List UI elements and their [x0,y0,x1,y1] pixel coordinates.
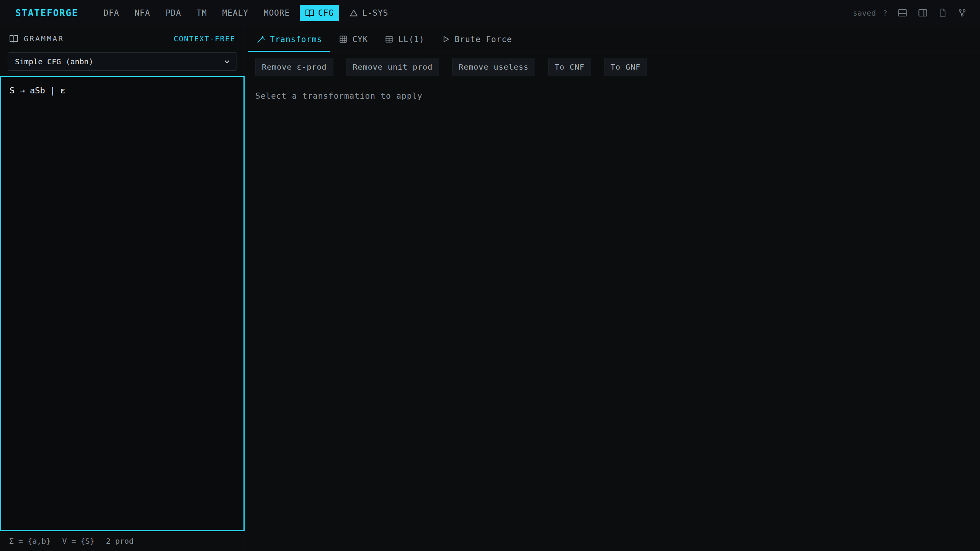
tab-ll1[interactable]: LL(1) [376,26,433,52]
book-icon [9,34,18,43]
help-button[interactable]: ? [883,8,887,18]
panel-title: GRAMMAR [9,34,64,43]
remove-epsilon-prod-button[interactable]: Remove ε-prod [255,58,333,76]
nav-item-mealy[interactable]: MEALY [217,5,254,21]
tab-cyk[interactable]: CYK [330,26,376,52]
tab-label: Transforms [270,35,322,44]
nav-label: CFG [318,8,334,18]
fork-icon[interactable] [957,8,967,18]
nav-item-pda[interactable]: PDA [160,5,186,21]
nav-label: DFA [104,8,119,18]
save-status: saved [853,8,876,18]
tab-label: CYK [352,35,368,44]
preset-select[interactable]: Simple CFG (anbn) [8,52,237,71]
variables-readout: V = {S} [62,536,94,546]
main-area: Transforms CYK LL(1) Brute Force Remove … [245,26,980,551]
tab-brute-force[interactable]: Brute Force [433,26,521,52]
remove-unit-prod-button[interactable]: Remove unit prod [346,58,439,76]
app-logo: STATEFORGE [15,8,78,18]
grammar-editor[interactable]: S → aSb | ε [0,76,245,531]
chevron-down-icon [223,57,231,66]
tool-tabs: Transforms CYK LL(1) Brute Force [245,26,980,52]
layout-horizontal-icon[interactable] [897,8,908,18]
book-icon [305,8,314,18]
grammar-statusbar: Σ = {a,b} V = {S} 2 prod [0,531,245,551]
layout-vertical-icon[interactable] [918,8,928,18]
transform-toolbar: Remove ε-prod Remove unit prod Remove us… [245,52,980,82]
mode-nav: DFA NFA PDA TM MEALY MOORE CFG L-SYS [98,5,394,21]
nav-item-tm[interactable]: TM [191,5,212,21]
remove-useless-button[interactable]: Remove useless [452,58,535,76]
to-cnf-button[interactable]: To CNF [548,58,591,76]
triangle-icon [349,8,358,18]
grammar-type-badge: CONTEXT-FREE [174,34,235,43]
file-icon[interactable] [938,8,947,18]
grammar-panel: GRAMMAR CONTEXT-FREE Simple CFG (anbn) S… [0,26,245,551]
nav-label: TM [196,8,207,18]
grid-icon [339,35,348,44]
nav-item-cfg[interactable]: CFG [300,5,339,21]
nav-item-dfa[interactable]: DFA [98,5,125,21]
top-bar: STATEFORGE DFA NFA PDA TM MEALY MOORE CF… [0,0,980,26]
play-icon [441,35,450,44]
tab-label: LL(1) [398,35,424,44]
topbar-right-cluster: saved ? [853,8,967,18]
preset-select-value: Simple CFG (anbn) [15,57,93,66]
transform-placeholder-text: Select a transformation to apply [245,82,980,101]
panel-title-label: GRAMMAR [24,34,64,43]
nav-item-moore[interactable]: MOORE [258,5,295,21]
nav-label: PDA [165,8,181,18]
alphabet-readout: Σ = {a,b} [9,536,51,546]
nav-label: MEALY [222,8,248,18]
nav-label: L-SYS [362,8,388,18]
wand-icon [256,35,265,44]
tab-label: Brute Force [455,35,512,44]
table-icon [385,35,394,44]
nav-label: MOORE [264,8,290,18]
nav-item-nfa[interactable]: NFA [129,5,155,21]
nav-label: NFA [134,8,150,18]
grammar-panel-header: GRAMMAR CONTEXT-FREE [0,26,245,51]
to-gnf-button[interactable]: To GNF [604,58,647,76]
nav-item-lsys[interactable]: L-SYS [344,5,394,21]
tab-transforms[interactable]: Transforms [248,26,330,52]
production-count: 2 prod [106,536,134,546]
